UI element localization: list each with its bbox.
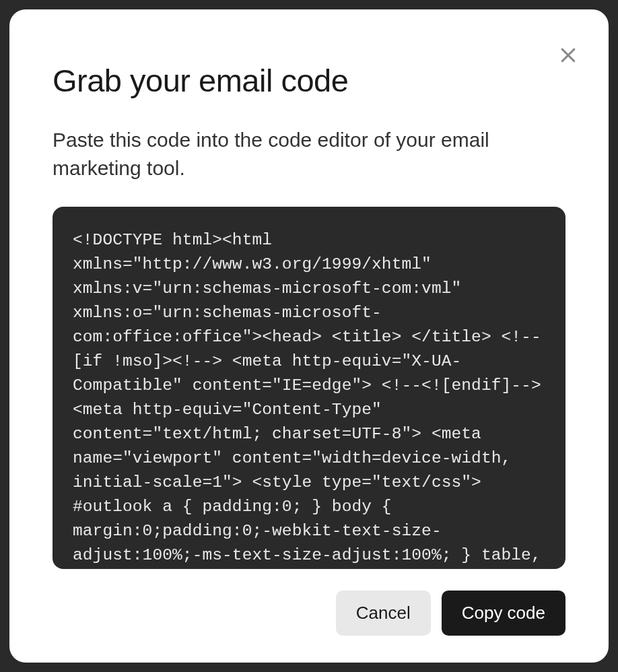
- code-content: <!DOCTYPE html><html xmlns="http://www.w…: [73, 228, 545, 568]
- modal-title: Grab your email code: [53, 62, 565, 99]
- email-code-modal: Grab your email code Paste this code int…: [9, 9, 609, 663]
- close-button[interactable]: [555, 42, 582, 69]
- code-block[interactable]: <!DOCTYPE html><html xmlns="http://www.w…: [53, 207, 565, 569]
- copy-code-button[interactable]: Copy code: [442, 591, 565, 636]
- close-icon: [558, 45, 578, 65]
- cancel-button[interactable]: Cancel: [336, 591, 431, 636]
- button-row: Cancel Copy code: [53, 591, 565, 636]
- modal-description: Paste this code into the code editor of …: [53, 126, 565, 182]
